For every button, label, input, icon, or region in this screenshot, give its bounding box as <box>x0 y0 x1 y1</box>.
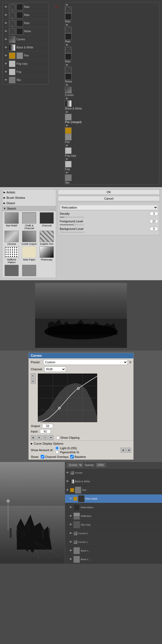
eye-icon[interactable]: 👁 <box>66 480 69 483</box>
final-layer-floor-mask[interactable]: 👁 Floor Mask <box>65 494 162 503</box>
eye-icon[interactable]: 👁 <box>65 63 69 67</box>
eye-icon[interactable]: 👁 <box>69 532 73 535</box>
eye-icon[interactable]: 👁 <box>65 23 69 27</box>
sketch-halftone[interactable]: Halftone Pattern <box>4 246 20 264</box>
curves-tool-2[interactable]: ✦ <box>37 435 42 440</box>
eye-icon[interactable]: 👁 <box>4 70 8 74</box>
curves-tool-4[interactable]: ✦ <box>49 435 53 440</box>
layer-bw[interactable]: 👁 Black & White <box>65 97 159 110</box>
preset-select[interactable]: Custom <box>43 359 128 365</box>
sketch-bas-relief[interactable]: Bas Relief <box>4 212 20 230</box>
density-input[interactable] <box>150 212 158 216</box>
eye-icon[interactable]: 👁 <box>65 171 69 174</box>
eye-icon[interactable]: 👁 <box>69 549 73 552</box>
eye-icon[interactable]: 👁 <box>4 13 8 17</box>
baseline-checkbox[interactable] <box>70 455 74 458</box>
display-options-title[interactable]: ▶ Curve Display Options <box>31 442 131 445</box>
final-layer-bw[interactable]: 👁 Black & White <box>65 477 162 486</box>
eye-icon[interactable]: 👁 <box>4 29 8 33</box>
layer-rain-3[interactable]: 👁 Rain <box>65 43 159 63</box>
eye-icon[interactable]: 👁 <box>4 78 8 82</box>
layer-pier-folder[interactable]: 👁 Pier <box>65 124 159 144</box>
filter-name-select[interactable]: Reticulation <box>60 205 158 210</box>
show-clipping-checkbox[interactable] <box>56 436 60 440</box>
layer-rain-2[interactable]: 👁 Rain <box>3 11 48 19</box>
channel-select[interactable]: RGB <box>44 366 66 372</box>
background-input[interactable] <box>150 227 158 231</box>
eye-icon[interactable]: 👁 <box>65 124 69 127</box>
eye-icon[interactable]: 👁 <box>4 54 8 58</box>
layer-rain-1[interactable]: 👁 Rain <box>3 3 48 11</box>
eye-icon[interactable]: 👁 <box>4 21 8 25</box>
pencil-tool[interactable]: ✏ <box>31 379 36 384</box>
opacity-input[interactable] <box>96 463 106 467</box>
eye-icon[interactable]: 👁 <box>69 540 73 543</box>
final-layer-curves2[interactable]: 👁 Curves 2 <box>65 529 162 538</box>
filter-category-artistic[interactable]: ▶ Artistic <box>2 190 56 195</box>
sketch-note-paper[interactable]: Note Paper <box>21 246 38 264</box>
final-layer-curves1[interactable]: 👁 Curves 1 <box>65 538 162 546</box>
layer-fog[interactable]: 👁 Fog <box>3 68 48 76</box>
eye-icon[interactable]: 👁 <box>4 46 8 49</box>
filter-category-distort[interactable]: ▶ Distort <box>2 200 56 206</box>
eye-icon[interactable]: 👁 <box>4 38 8 41</box>
eye-icon[interactable]: 👁 <box>69 523 73 526</box>
eye-icon[interactable]: 👁 <box>69 514 73 517</box>
sketch-conte-crayon[interactable]: Conté Crayon <box>21 231 38 245</box>
curves-graph[interactable] <box>38 374 97 422</box>
layer-rain-2[interactable]: 👁 Rain <box>65 23 159 43</box>
eye-icon[interactable]: 👁 <box>65 97 69 100</box>
final-layer-sky-copy[interactable]: 👁 Sky copy <box>65 520 162 529</box>
eye-icon[interactable]: 👁 <box>69 506 73 509</box>
final-layer-reflection[interactable]: 👁 Reflection <box>65 512 162 520</box>
eye-icon[interactable]: 👁 <box>65 83 69 87</box>
layer-fog-copy[interactable]: 👁 Fog copy <box>65 144 159 157</box>
channel-overlays-checkbox[interactable] <box>41 455 44 458</box>
final-layer-base1[interactable]: 👁 Base c... <box>65 546 162 555</box>
final-layer-pier-folder[interactable]: 👁 Pier <box>65 486 162 494</box>
ok-button[interactable]: OK <box>58 189 160 195</box>
light-radio[interactable] <box>55 446 59 450</box>
layer-sky[interactable]: 👁 Sky <box>3 76 48 84</box>
final-layer-base2[interactable]: 👁 Base c... <box>65 555 162 564</box>
layer-noise[interactable]: 👁 Noise <box>3 27 48 35</box>
eye-icon[interactable]: 👁 <box>66 488 69 491</box>
eye-icon[interactable]: 👁 <box>65 43 69 47</box>
layer-rain-3[interactable]: 👁 Rain <box>3 19 48 27</box>
eye-icon[interactable]: 👁 <box>65 144 69 147</box>
foreground-slider[interactable] <box>60 224 84 225</box>
foreground-input[interactable] <box>150 219 158 223</box>
layer-pier-merged[interactable]: 👁 Pier (merged) <box>65 110 159 124</box>
eye-icon[interactable]: 👁 <box>65 110 69 114</box>
layer-bw[interactable]: 👁 Black & White <box>3 44 48 52</box>
output-value[interactable] <box>42 424 53 428</box>
pointer-tool[interactable]: ↖ <box>31 374 36 378</box>
sketch-extra2[interactable] <box>21 265 38 277</box>
layer-curves[interactable]: 👁 Curves <box>65 83 159 97</box>
layer-noise[interactable]: 👁 Noise <box>65 63 159 83</box>
eye-icon[interactable]: 👁 <box>4 62 8 66</box>
layer-fog-copy[interactable]: 👁 Fog copy <box>3 60 48 68</box>
cancel-button[interactable]: Cancel <box>58 196 160 201</box>
sketch-chrome[interactable]: Chrome <box>4 231 20 245</box>
sketch-charcoal[interactable]: Charcoal <box>38 212 55 230</box>
background-slider[interactable] <box>60 232 84 233</box>
filter-category-brushstrokes[interactable]: ▶ Brush Strokes <box>2 195 56 200</box>
blend-mode-select[interactable]: Screen <box>67 463 83 467</box>
layer-curves[interactable]: 👁 Curves <box>3 35 48 44</box>
grid-icon-1[interactable]: ⊞ <box>121 448 126 453</box>
pigment-radio[interactable] <box>55 450 59 454</box>
filter-category-sketch[interactable]: ▼ Sketch <box>2 206 56 211</box>
layer-pier-group[interactable]: 👁 Pier <box>3 52 48 60</box>
final-layer-reticulation[interactable]: 👁 Reticulation <box>65 503 162 512</box>
sketch-photocopy[interactable]: Photocopy <box>38 246 55 264</box>
eye-icon[interactable]: 👁 <box>65 3 69 7</box>
sketch-chalk-charcoal[interactable]: Chalk & Charcoal <box>21 212 38 230</box>
curves-tool-1[interactable]: ⊕ <box>31 435 36 440</box>
eye-icon[interactable]: 👁 <box>69 497 73 500</box>
density-slider[interactable] <box>60 217 84 218</box>
grid-icon-2[interactable]: ⊞ <box>126 448 131 453</box>
layer-rain-1[interactable]: 👁 Rain <box>65 3 159 23</box>
layer-fog[interactable]: 👁 Fog <box>65 157 159 171</box>
final-layer-curves[interactable]: 👁 Curves <box>65 468 162 477</box>
